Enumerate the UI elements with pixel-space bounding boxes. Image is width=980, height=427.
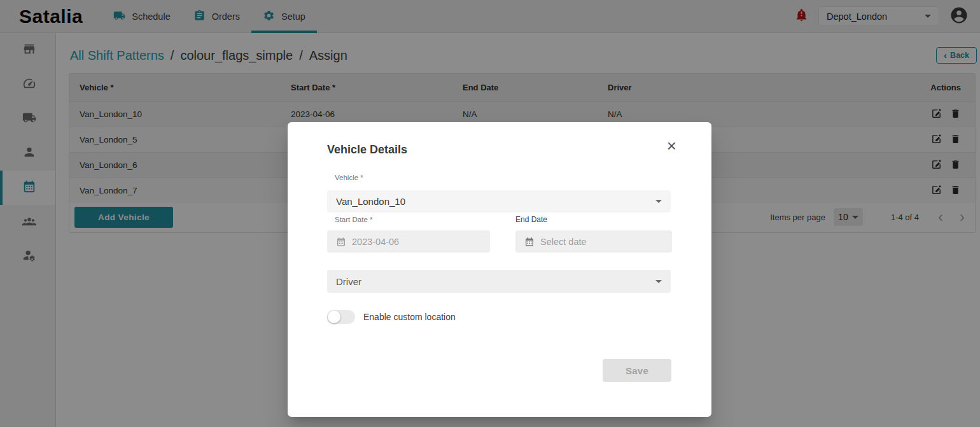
chevron-down-icon bbox=[655, 280, 662, 283]
vehicle-select[interactable]: Van_London_10 bbox=[327, 190, 671, 213]
start-date-input[interactable]: 2023-04-06 bbox=[327, 230, 490, 253]
custom-location-toggle[interactable] bbox=[327, 310, 355, 324]
custom-location-toggle-label: Enable custom location bbox=[363, 312, 456, 322]
toggle-knob bbox=[328, 311, 340, 323]
save-button[interactable]: Save bbox=[603, 359, 671, 382]
end-date-input[interactable]: Select date bbox=[515, 230, 672, 253]
start-date-value: 2023-04-06 bbox=[352, 237, 399, 247]
driver-select[interactable]: Driver bbox=[327, 270, 671, 293]
driver-select-placeholder: Driver bbox=[336, 276, 361, 287]
calendar-small-icon bbox=[336, 237, 346, 247]
start-date-label: Start Date * bbox=[335, 216, 372, 223]
close-icon[interactable]: × bbox=[667, 137, 676, 154]
end-date-placeholder: Select date bbox=[540, 237, 587, 247]
vehicle-field-label: Vehicle * bbox=[335, 174, 363, 181]
custom-location-toggle-row: Enable custom location bbox=[327, 310, 456, 324]
vehicle-select-value: Van_London_10 bbox=[336, 196, 405, 207]
dialog-title: Vehicle Details bbox=[327, 143, 407, 157]
end-date-label: End Date bbox=[515, 215, 547, 224]
vehicle-details-dialog: Vehicle Details × Vehicle * Van_London_1… bbox=[288, 122, 711, 417]
chevron-down-icon bbox=[655, 200, 662, 203]
calendar-small-icon bbox=[524, 237, 535, 247]
